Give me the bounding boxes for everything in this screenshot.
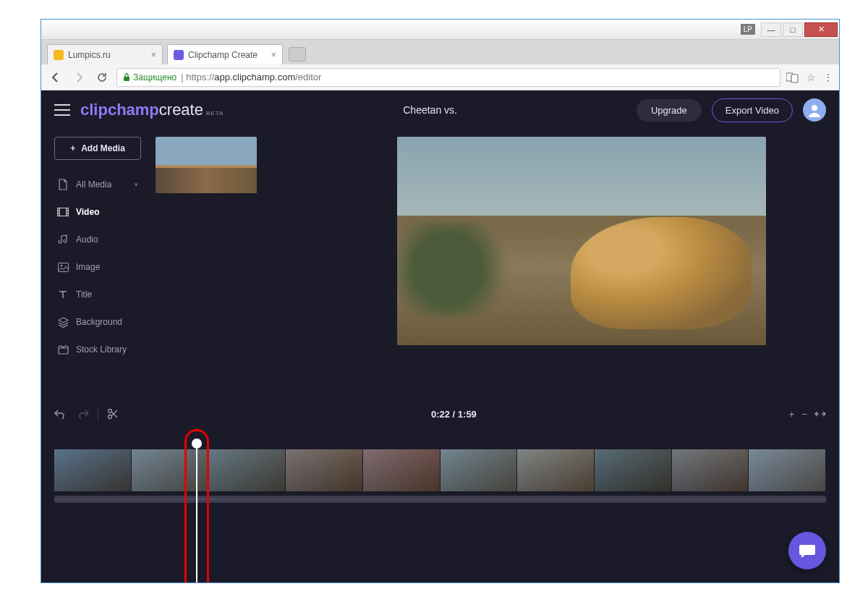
sidebar-item-video[interactable]: Video xyxy=(54,200,141,224)
stock-icon xyxy=(57,344,69,355)
favicon-icon xyxy=(54,50,64,60)
svg-rect-4 xyxy=(57,208,69,216)
sidebar-item-audio[interactable]: Audio xyxy=(54,228,141,251)
tab-label: Lumpics.ru xyxy=(68,50,111,60)
menu-button[interactable] xyxy=(54,104,70,116)
layers-icon xyxy=(57,316,69,328)
playhead-knob-icon[interactable] xyxy=(192,438,202,449)
window-maximize-button[interactable]: □ xyxy=(783,22,803,37)
svg-point-14 xyxy=(109,415,112,419)
star-icon[interactable]: ☆ xyxy=(807,72,816,83)
browser-tab-lumpics[interactable]: Lumpics.ru × xyxy=(47,44,163,64)
sidebar-item-title[interactable]: Title xyxy=(54,283,141,306)
url-host: app.clipchamp.com xyxy=(214,72,295,82)
sidebar-item-background[interactable]: Background xyxy=(54,310,141,334)
zoom-in-button[interactable]: + xyxy=(789,409,795,420)
sidebar-item-label: Audio xyxy=(76,234,98,245)
divider xyxy=(98,407,98,420)
upgrade-button[interactable]: Upgrade xyxy=(637,99,702,122)
browser-tab-clipchamp[interactable]: Clipchamp Create × xyxy=(167,44,283,64)
window-titlebar: LP — □ ✕ xyxy=(41,20,839,40)
project-title[interactable]: Cheetan vs. xyxy=(234,104,626,116)
sidebar-item-label: Image xyxy=(76,262,100,272)
forward-button[interactable] xyxy=(70,69,88,86)
translate-icon[interactable] xyxy=(786,72,799,83)
export-video-button[interactable]: Export Video xyxy=(712,98,793,122)
redo-button[interactable] xyxy=(76,409,89,419)
svg-point-12 xyxy=(60,264,62,266)
chat-icon xyxy=(799,543,816,559)
app-logo: clipchampcreateBETA xyxy=(80,101,224,119)
timeline-clips[interactable] xyxy=(54,449,826,491)
fit-button[interactable] xyxy=(814,410,826,418)
clipchamp-app: clipchampcreateBETA Cheetan vs. Upgrade … xyxy=(41,90,839,582)
window-close-button[interactable]: ✕ xyxy=(804,22,838,37)
timeline-toolbar: 0:22 / 1:59 + − xyxy=(54,402,826,426)
avatar[interactable] xyxy=(803,98,826,122)
menu-icon[interactable]: ⋮ xyxy=(823,72,833,83)
media-thumbnail[interactable] xyxy=(156,137,257,193)
address-bar-actions: ☆ ⋮ xyxy=(786,72,833,83)
title-icon xyxy=(57,289,69,300)
app-header: clipchampcreateBETA Cheetan vs. Upgrade … xyxy=(41,90,839,130)
timeline-clip[interactable] xyxy=(208,449,286,491)
add-media-button[interactable]: + Add Media xyxy=(54,137,141,160)
chat-button[interactable] xyxy=(788,532,826,569)
sidebar-item-label: Stock Library xyxy=(76,344,127,355)
favicon-icon xyxy=(174,50,184,60)
zoom-out-button[interactable]: − xyxy=(801,409,807,420)
sidebar-item-label: All Media xyxy=(76,179,111,190)
url-input[interactable]: Защищено | https:// app.clipchamp.com /e… xyxy=(116,68,780,87)
timeline-clip[interactable] xyxy=(672,449,749,491)
file-icon xyxy=(57,179,69,190)
sidebar-item-all-media[interactable]: All Media ▾ xyxy=(54,173,141,196)
sidebar-item-label: Title xyxy=(76,289,92,300)
sidebar-item-image[interactable]: Image xyxy=(54,255,141,279)
timeline-clip[interactable] xyxy=(54,449,132,491)
timeline-clip[interactable] xyxy=(441,449,518,491)
chevron-down-icon: ▾ xyxy=(135,181,138,188)
split-button[interactable] xyxy=(107,408,119,420)
lock-icon xyxy=(123,73,130,82)
back-button[interactable] xyxy=(47,69,64,86)
svg-rect-0 xyxy=(124,77,129,81)
preview-pane xyxy=(336,137,826,402)
tab-close-icon[interactable]: × xyxy=(150,49,156,60)
image-icon xyxy=(57,261,69,273)
tab-label: Clipchamp Create xyxy=(188,50,258,60)
media-pane xyxy=(156,137,826,402)
timeline-clip[interactable] xyxy=(286,449,363,491)
timeline-clip[interactable] xyxy=(363,449,441,491)
time-display: 0:22 / 1:59 xyxy=(431,409,477,420)
timeline-clip[interactable] xyxy=(517,449,595,491)
reload-button[interactable] xyxy=(93,69,111,86)
main-area: + Add Media All Media ▾ Video Audio xyxy=(41,130,839,402)
sidebar-item-label: Video xyxy=(76,207,99,217)
audio-icon xyxy=(57,234,69,245)
timeline-clip[interactable] xyxy=(595,449,672,491)
profile-badge: LP xyxy=(741,24,755,35)
sidebar-item-label: Background xyxy=(76,317,122,327)
playhead-highlight[interactable] xyxy=(184,429,209,582)
window-minimize-button[interactable]: — xyxy=(761,22,781,37)
timeline-scrollbar[interactable] xyxy=(54,496,826,503)
plus-icon: + xyxy=(70,143,75,153)
address-bar: Защищено | https:// app.clipchamp.com /e… xyxy=(41,64,839,90)
svg-rect-2 xyxy=(791,75,798,82)
sidebar-item-stock[interactable]: Stock Library xyxy=(54,338,141,361)
svg-point-13 xyxy=(109,410,112,413)
media-grid xyxy=(156,137,315,402)
timeline-track-area[interactable] xyxy=(54,444,826,574)
user-icon xyxy=(807,103,822,117)
timeline-clip[interactable] xyxy=(749,449,826,491)
secure-indicator: Защищено xyxy=(123,72,176,82)
url-path: /editor xyxy=(295,72,321,82)
tab-close-icon[interactable]: × xyxy=(271,49,276,60)
undo-button[interactable] xyxy=(54,409,67,419)
video-preview[interactable] xyxy=(397,137,766,345)
browser-tabstrip: Lumpics.ru × Clipchamp Create × xyxy=(41,40,839,64)
video-icon xyxy=(57,206,69,218)
new-tab-button[interactable] xyxy=(289,47,306,62)
sidebar: + Add Media All Media ▾ Video Audio xyxy=(54,137,141,402)
playhead-line xyxy=(196,449,197,582)
